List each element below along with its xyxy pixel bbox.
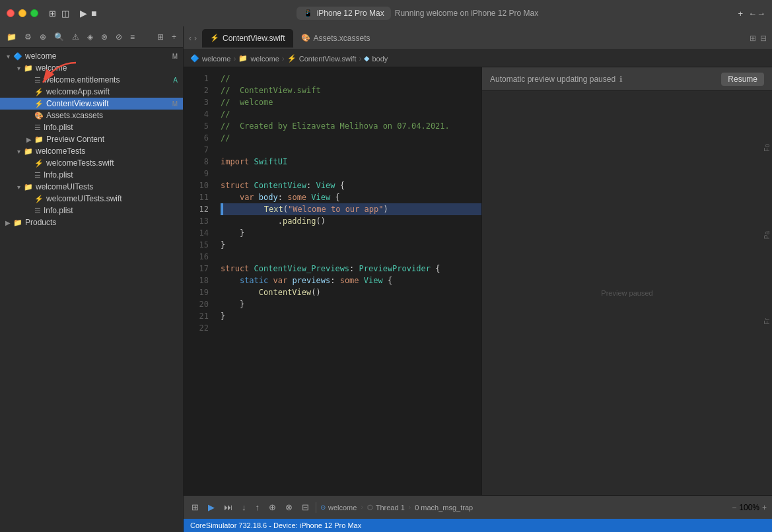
breadcrumb-file[interactable]: ContentView.swift [299,55,357,63]
zoom-in-icon[interactable]: + [762,503,767,512]
sidebar-item-welcomeuitests[interactable]: ▾ 📁 welcomeUITests [0,181,183,193]
split-vertical-icon[interactable]: ⊟ [760,34,767,43]
issue-navigator-icon[interactable]: ⚠ [69,31,82,43]
project-icon: 🔷 [13,52,22,61]
sidebar-item-info-plist[interactable]: ▶ ☰ Info.plist [0,121,183,133]
code-content[interactable]: //// ContentView.swift// welcome//// Cre… [214,67,481,495]
symbol-navigator-icon[interactable]: ⊕ [37,31,49,43]
title-bar-icons: ⊞ ◫ [49,9,69,18]
test-navigator-icon[interactable]: ◈ [85,31,96,43]
nav-forward-button[interactable]: › [194,34,197,43]
code-line: // Created by Elizaveta Melihova on 07.0… [221,120,481,132]
project-status-icon: ⊙ [320,504,326,511]
stop-button[interactable]: ■ [91,8,96,18]
structure-icon[interactable]: ◫ [61,9,69,18]
expand-toggle[interactable]: ▾ [13,148,24,155]
code-line: } [221,239,481,251]
sidebar-item-products[interactable]: ▶ 📁 Products [0,216,183,228]
bb-step-out-icon[interactable]: ↑ [253,501,263,514]
expand-toggle[interactable]: ▾ [13,183,24,191]
sidebar-item-label: welcomeApp.swift [46,87,110,96]
sidebar-item-welcome-folder[interactable]: ▾ 📁 welcome [0,62,183,74]
sidebar-item-label: welcome.entitlements [44,75,120,84]
run-status: Running welcome on iPhone 12 Pro Max [395,9,538,18]
sidebar-item-welcome-root[interactable]: ▾ 🔷 welcome M [0,50,183,62]
source-control-icon[interactable]: ⚙ [22,31,34,43]
debug-navigator-icon[interactable]: ⊗ [98,31,110,43]
expand-toggle[interactable]: ▾ [13,65,24,72]
fullscreen-button[interactable] [30,9,38,17]
preview-label-pa: Pa [763,231,771,239]
sidebar-item-entitlements[interactable]: ▶ ☰ welcome.entitlements A [0,74,183,86]
assets-tab-icon: 🎨 [301,34,310,42]
navigator-icons-row: 📁 ⚙ ⊕ 🔍 ⚠ ◈ ⊗ ⊘ ≡ ⊞ + [0,26,183,48]
code-line: Text("Welcome to our app") [221,203,481,215]
swift-icon: ⚡ [34,195,44,203]
bc-sep2: › [282,54,285,63]
close-button[interactable] [7,9,15,17]
code-line: // [221,132,481,144]
filter-icon[interactable]: ⊞ [155,31,166,43]
sidebar-item-uitests-plist[interactable]: ▶ ☰ Info.plist [0,205,183,216]
split-horizontal-icon[interactable]: ⊞ [750,34,756,43]
bb-thread-icon[interactable]: ⊟ [299,501,312,514]
bb-project-label: welcome [328,504,357,512]
add-tab-button[interactable]: + [738,9,743,18]
bb-library-icon[interactable]: ⊞ [189,501,201,514]
tab-label: Assets.xcassets [314,34,370,43]
bb-inspect-icon[interactable]: ⊕ [266,501,279,514]
breadcrumb-project[interactable]: welcome [202,55,230,63]
resume-button[interactable]: Resume [721,73,764,86]
sidebar-item-welcometests-swift[interactable]: ▶ ⚡ welcomeTests.swift [0,157,183,169]
breadcrumb-folder[interactable]: welcome [250,55,279,63]
device-label: iPhone 12 Pro Max [317,9,384,18]
breadcrumb-property[interactable]: body [372,55,388,63]
status-text: CoreSimulator 732.18.6 - Device: iPhone … [190,521,361,529]
nav-back-button[interactable]: ‹ [189,34,192,43]
bb-play-icon[interactable]: ▶ [205,501,217,514]
bc-property-icon: ◆ [364,54,369,63]
add-file-icon[interactable]: + [169,31,179,43]
expand-toggle[interactable]: ▶ [24,136,34,143]
tab-contentview[interactable]: ⚡ ContentView.swift [202,29,293,48]
device-selector[interactable]: 📱 iPhone 12 Pro Max [297,7,391,20]
sidebar-item-label: Assets.xcassets [46,111,103,120]
sidebar-item-tests-plist[interactable]: ▶ ☰ Info.plist [0,169,183,181]
sidebar-item-label: Info.plist [44,206,73,215]
code-line: var body: some View { [221,191,481,203]
bb-status-trap: 0 mach_msg_trap [415,504,473,512]
sidebar-item-welcomeuitests-swift[interactable]: ▶ ⚡ welcomeUITests.swift [0,193,183,205]
tab-assets[interactable]: 🎨 Assets.xcassets [293,29,378,48]
thread-icon: ⬡ [367,504,373,511]
breakpoint-navigator-icon[interactable]: ⊘ [113,31,125,43]
sidebar: 📁 ⚙ ⊕ 🔍 ⚠ ◈ ⊗ ⊘ ≡ ⊞ + ▾ 🔷 [0,26,184,532]
code-line: } [221,298,481,310]
bb-step-in-icon[interactable]: ↓ [239,501,249,514]
file-navigator-icon[interactable]: 📁 [4,31,19,43]
sidebar-item-assets[interactable]: ▶ 🎨 Assets.xcassets [0,110,183,121]
expand-toggle[interactable]: ▶ [3,219,13,226]
preview-info-icon[interactable]: ℹ [619,75,623,84]
bb-step-over-icon[interactable]: ⏭ [221,501,235,514]
sidebar-item-preview-content[interactable]: ▶ 📁 Preview Content [0,133,183,145]
expand-toggle[interactable]: ▾ [3,53,13,60]
sidebar-item-welcometests[interactable]: ▾ 📁 welcomeTests [0,145,183,157]
tab-label: ContentView.swift [223,34,285,43]
arrange-button[interactable]: ←→ [748,9,765,18]
minimize-button[interactable] [18,9,26,17]
bb-memory-icon[interactable]: ⊗ [283,501,295,514]
sidebar-item-contentview[interactable]: ▶ ⚡ ContentView.swift M [0,98,183,110]
find-navigator-icon[interactable]: 🔍 [52,31,67,43]
zoom-out-icon[interactable]: − [732,503,736,512]
preview-header: Automatic preview updating paused ℹ Resu… [482,67,772,91]
sidebar-item-welcomeapp[interactable]: ▶ ⚡ welcomeApp.swift [0,86,183,98]
code-line [221,168,481,180]
report-navigator-icon[interactable]: ≡ [127,31,137,43]
folder-icon: 📁 [34,135,44,144]
bc-sep3: › [359,54,361,63]
line-numbers: 12345678910111213141516171819202122 [188,67,214,495]
sidebar-toggle-icon[interactable]: ⊞ [49,9,56,18]
folder-icon: 📁 [24,147,33,156]
run-button[interactable]: ▶ [80,8,87,18]
sidebar-item-label: welcomeUITests.swift [46,194,122,203]
